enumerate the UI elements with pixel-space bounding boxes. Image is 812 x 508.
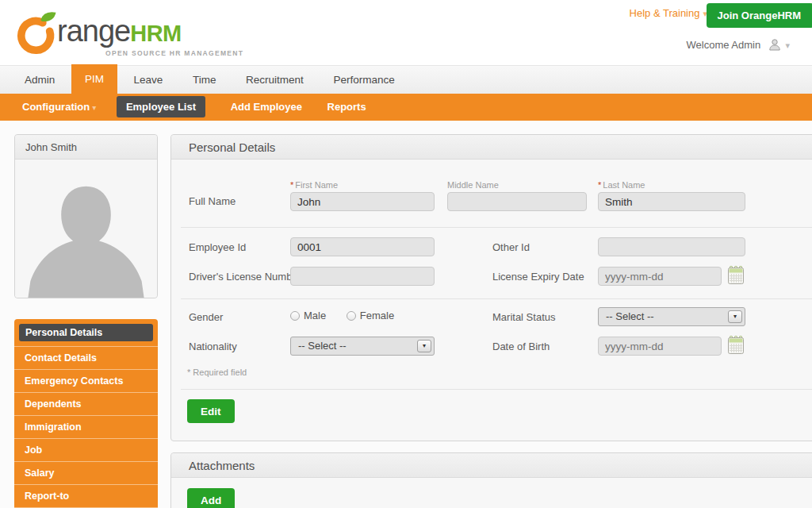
calendar-icon[interactable] bbox=[728, 266, 744, 284]
brand-tagline: OPEN SOURCE HR MANAGEMENT bbox=[105, 49, 243, 57]
main-nav-tabs: Admin PIM Leave Time Recruitment Perform… bbox=[11, 66, 408, 94]
drivers-license-label: Driver's License Number bbox=[189, 271, 301, 283]
required-asterisk: * bbox=[598, 180, 601, 190]
license-expiry-label: License Expiry Date bbox=[492, 271, 584, 283]
employee-photo bbox=[15, 160, 157, 298]
gender-female-label: Female bbox=[360, 310, 394, 321]
nationality-select[interactable]: -- Select -- ▾ bbox=[290, 337, 435, 356]
top-header: rangeHRM OPEN SOURCE HR MANAGEMENT Help … bbox=[0, 0, 812, 65]
other-id-label: Other Id bbox=[492, 241, 530, 253]
dob-label: Date of Birth bbox=[492, 341, 550, 352]
orange-fruit-icon bbox=[14, 8, 59, 57]
employee-id-input[interactable] bbox=[290, 237, 435, 256]
license-expiry-input[interactable] bbox=[598, 267, 722, 286]
personal-details-panel: Personal Details Full Name *First Name M… bbox=[170, 134, 812, 441]
brand-text: rangeHRM bbox=[57, 14, 182, 48]
employee-name-header: John Smith bbox=[15, 135, 157, 160]
attachments-panel: Attachments Add bbox=[170, 452, 812, 508]
middle-name-sublabel: Middle Name bbox=[447, 180, 499, 190]
nationality-label: Nationality bbox=[189, 341, 237, 352]
select-dropdown-icon: ▾ bbox=[728, 310, 742, 323]
chevron-down-icon: ▾ bbox=[92, 103, 96, 112]
tab-pim[interactable]: PIM bbox=[71, 64, 117, 94]
radio-icon bbox=[347, 311, 356, 321]
sidebar-item-salary[interactable]: Salary bbox=[14, 462, 158, 485]
divider bbox=[181, 298, 812, 299]
first-name-input[interactable] bbox=[290, 192, 435, 211]
gender-female-radio[interactable]: Female bbox=[347, 310, 394, 321]
first-name-sublabel: *First Name bbox=[290, 180, 338, 190]
configuration-label: Configuration bbox=[22, 101, 90, 113]
gender-radio-group: Male Female bbox=[290, 310, 412, 321]
tab-performance[interactable]: Performance bbox=[320, 66, 408, 94]
orangehrm-logo: rangeHRM OPEN SOURCE HR MANAGEMENT bbox=[14, 5, 228, 62]
radio-icon bbox=[290, 311, 300, 321]
divider bbox=[181, 227, 812, 228]
welcome-admin-label: Welcome Admin bbox=[687, 39, 761, 51]
tab-time[interactable]: Time bbox=[179, 66, 230, 94]
panel-title: Personal Details bbox=[171, 135, 812, 160]
main-nav-bar: Admin PIM Leave Time Recruitment Perform… bbox=[0, 65, 812, 94]
tab-admin[interactable]: Admin bbox=[11, 66, 68, 94]
drivers-license-input[interactable] bbox=[290, 267, 435, 286]
other-id-input[interactable] bbox=[598, 237, 745, 256]
person-silhouette-icon bbox=[15, 160, 157, 298]
gender-male-radio[interactable]: Male bbox=[290, 310, 326, 321]
sidebar-item-immigration[interactable]: Immigration bbox=[14, 416, 158, 439]
pim-section-menu: Personal Details Contact Details Emergen… bbox=[14, 319, 158, 508]
full-name-label: Full Name bbox=[189, 195, 236, 207]
welcome-admin-menu[interactable]: Welcome Admin ▾ bbox=[687, 38, 790, 51]
menu-item-wrap: Personal Details bbox=[14, 319, 158, 347]
attachments-title: Attachments bbox=[171, 453, 812, 478]
brand-hrm: HRM bbox=[130, 21, 182, 46]
divider bbox=[181, 389, 812, 390]
chevron-down-icon: ▾ bbox=[785, 40, 790, 50]
middle-name-input[interactable] bbox=[447, 192, 587, 211]
sidebar-item-contact-details[interactable]: Contact Details bbox=[14, 347, 158, 370]
join-orangehrm-button[interactable]: Join OrangeHRM bbox=[707, 3, 812, 28]
last-name-input[interactable] bbox=[598, 192, 745, 211]
marital-status-select[interactable]: -- Select -- ▾ bbox=[598, 307, 745, 326]
employee-profile-panel: John Smith bbox=[14, 134, 158, 298]
brand-range: range bbox=[57, 14, 130, 48]
employee-id-label: Employee Id bbox=[189, 241, 246, 253]
edit-button[interactable]: Edit bbox=[187, 399, 235, 423]
last-name-sublabel: *Last Name bbox=[598, 180, 645, 190]
subnav-employee-list[interactable]: Employee List bbox=[117, 96, 205, 117]
required-field-note: * Required field bbox=[187, 368, 247, 377]
nationality-value: -- Select -- bbox=[298, 340, 347, 352]
marital-status-label: Marital Status bbox=[492, 311, 555, 323]
subnav-reports[interactable]: Reports bbox=[327, 94, 366, 121]
user-icon bbox=[768, 38, 781, 51]
gender-male-label: Male bbox=[304, 310, 326, 321]
sidebar-item-emergency-contacts[interactable]: Emergency Contacts bbox=[14, 370, 158, 393]
calendar-icon[interactable] bbox=[728, 336, 744, 354]
sidebar-item-job[interactable]: Job bbox=[14, 439, 158, 462]
help-training-label: Help & Training bbox=[630, 7, 700, 19]
dob-input[interactable] bbox=[598, 337, 722, 356]
marital-status-value: -- Select -- bbox=[606, 310, 654, 322]
tab-leave[interactable]: Leave bbox=[121, 66, 177, 94]
subnav-add-employee[interactable]: Add Employee bbox=[231, 94, 302, 121]
tab-recruitment[interactable]: Recruitment bbox=[232, 66, 317, 94]
required-asterisk: * bbox=[290, 180, 293, 190]
add-attachment-button[interactable]: Add bbox=[187, 488, 235, 508]
help-training-link[interactable]: Help & Training▾ bbox=[630, 7, 707, 19]
sidebar-item-dependents[interactable]: Dependents bbox=[14, 393, 158, 416]
sidebar-item-report-to[interactable]: Report-to bbox=[14, 485, 158, 508]
sidebar-item-personal-details[interactable]: Personal Details bbox=[19, 324, 153, 341]
subnav-configuration[interactable]: Configuration▾ bbox=[22, 94, 96, 121]
gender-label: Gender bbox=[189, 311, 223, 323]
sub-nav-bar: Configuration▾ Employee List Add Employe… bbox=[0, 94, 812, 121]
select-dropdown-icon: ▾ bbox=[417, 340, 431, 352]
